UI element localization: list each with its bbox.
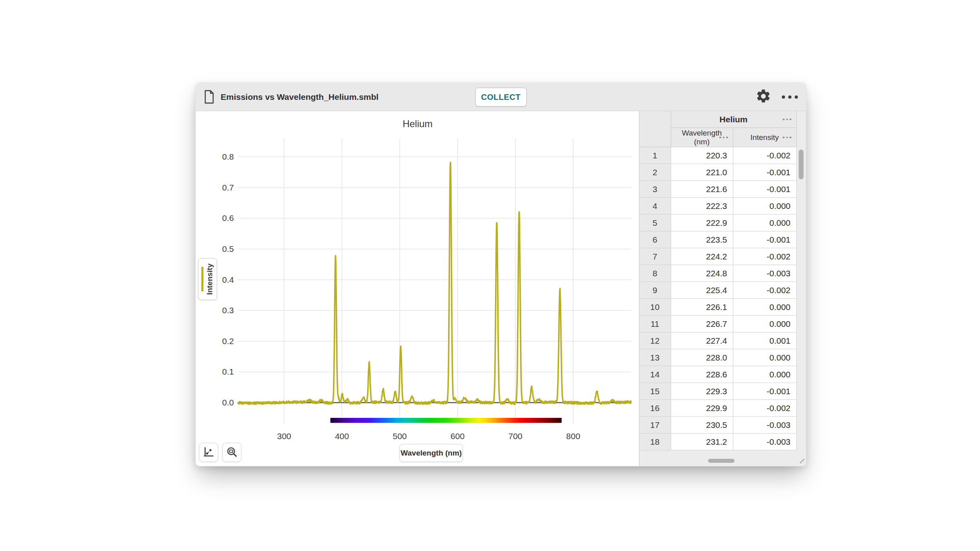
- intensity-cell[interactable]: 0.000: [733, 349, 797, 366]
- vertical-scrollbar[interactable]: [799, 150, 803, 179]
- intensity-cell[interactable]: -0.001: [733, 231, 797, 248]
- table-corner-cell: [639, 111, 671, 147]
- intensity-cell[interactable]: 0.000: [733, 299, 797, 316]
- graph-tools-button[interactable]: [199, 443, 218, 462]
- table-row: 2221.0-0.001: [639, 164, 797, 181]
- horizontal-scrollbar[interactable]: [708, 459, 734, 463]
- wavelength-cell[interactable]: 222.9: [671, 215, 733, 231]
- row-number-cell: 18: [639, 434, 671, 450]
- dataset-menu-icon[interactable]: [783, 118, 791, 120]
- row-number-cell: 5: [639, 215, 671, 231]
- gear-icon: [755, 88, 771, 105]
- screen: { "colors": { "accent_teal": "#156f78", …: [0, 0, 980, 551]
- intensity-column-menu-icon[interactable]: [783, 136, 791, 138]
- wavelength-cell[interactable]: 222.3: [671, 198, 733, 215]
- x-tick-label: 500: [393, 431, 407, 441]
- column-header-row: Wavelength (nm) Intensity: [671, 128, 797, 147]
- intensity-cell[interactable]: -0.002: [733, 400, 797, 417]
- table-body: 1220.3-0.0022221.0-0.0013221.6-0.0014222…: [639, 147, 797, 450]
- column-header-wavelength[interactable]: Wavelength (nm): [671, 128, 733, 147]
- table-row: 12227.40.001: [639, 332, 797, 349]
- table-row: 18231.2-0.003: [639, 434, 797, 450]
- wavelength-cell[interactable]: 229.3: [671, 383, 733, 400]
- wavelength-cell[interactable]: 221.6: [671, 181, 733, 198]
- intensity-cell[interactable]: -0.002: [733, 147, 797, 164]
- document-icon: [203, 89, 215, 104]
- graph-panel: 3004005006007008000.00.10.20.30.40.50.60…: [196, 111, 639, 466]
- spectrum-line: [238, 162, 631, 404]
- spectrum-chart[interactable]: 3004005006007008000.00.10.20.30.40.50.60…: [196, 111, 639, 466]
- intensity-cell[interactable]: 0.001: [733, 332, 797, 349]
- wavelength-cell[interactable]: 225.4: [671, 282, 733, 299]
- y-axis-legend[interactable]: Intensity: [198, 258, 217, 300]
- wavelength-cell[interactable]: 230.5: [671, 417, 733, 434]
- table-row: 5222.90.000: [639, 215, 797, 231]
- y-tick-label: 0.4: [222, 275, 234, 284]
- table-row: 8224.8-0.003: [639, 265, 797, 282]
- x-tick-label: 800: [566, 431, 580, 441]
- row-number-cell: 16: [639, 400, 671, 417]
- intensity-cell[interactable]: -0.003: [733, 417, 797, 434]
- collect-button[interactable]: COLLECT: [475, 87, 527, 106]
- row-number-cell: 6: [639, 231, 671, 248]
- row-number-cell: 12: [639, 332, 671, 349]
- intensity-cell[interactable]: -0.003: [733, 265, 797, 282]
- top-bar: Emissions vs Wavelength_Helium.smbl COLL…: [196, 83, 806, 111]
- wavelength-column-menu-icon[interactable]: [719, 136, 728, 138]
- intensity-cell[interactable]: -0.002: [733, 282, 797, 299]
- wavelength-cell[interactable]: 228.6: [671, 366, 733, 383]
- row-number-cell: 10: [639, 299, 671, 316]
- y-tick-label: 0.1: [222, 367, 234, 376]
- zoom-fit-button[interactable]: [222, 443, 241, 462]
- wavelength-cell[interactable]: 224.8: [671, 265, 733, 282]
- row-number-cell: 2: [639, 164, 671, 181]
- intensity-cell[interactable]: -0.003: [733, 434, 797, 450]
- table-row: 10226.10.000: [639, 299, 797, 316]
- intensity-cell[interactable]: 0.000: [733, 316, 797, 332]
- data-table-panel: Helium Wavelength (nm) Intensity 1220.3-…: [639, 111, 806, 466]
- wavelength-cell[interactable]: 228.0: [671, 349, 733, 366]
- column-header-intensity[interactable]: Intensity: [733, 128, 797, 147]
- intensity-cell[interactable]: -0.002: [733, 248, 797, 265]
- table-row: 16229.9-0.002: [639, 400, 797, 417]
- table-row: 3221.6-0.001: [639, 181, 797, 198]
- y-tick-label: 0.8: [222, 152, 234, 161]
- wavelength-cell[interactable]: 226.1: [671, 299, 733, 316]
- intensity-cell[interactable]: 0.000: [733, 215, 797, 231]
- dataset-header[interactable]: Helium: [671, 111, 797, 128]
- window-content: 3004005006007008000.00.10.20.30.40.50.60…: [196, 111, 806, 466]
- x-tick-label: 300: [277, 431, 291, 441]
- wavelength-cell[interactable]: 220.3: [671, 147, 733, 164]
- intensity-cell[interactable]: -0.001: [733, 181, 797, 198]
- wavelength-cell[interactable]: 224.2: [671, 248, 733, 265]
- intensity-cell[interactable]: -0.001: [733, 164, 797, 181]
- y-tick-label: 0.6: [222, 213, 234, 223]
- graph-tools-icon: [203, 446, 215, 459]
- wavelength-cell[interactable]: 226.7: [671, 316, 733, 332]
- settings-button[interactable]: [755, 88, 771, 105]
- wavelength-cell[interactable]: 221.0: [671, 164, 733, 181]
- app-window: Emissions vs Wavelength_Helium.smbl COLL…: [195, 83, 806, 466]
- intensity-cell[interactable]: -0.001: [733, 383, 797, 400]
- intensity-cell[interactable]: 0.000: [733, 198, 797, 215]
- table-row: 9225.4-0.002: [639, 282, 797, 299]
- wavelength-cell[interactable]: 223.5: [671, 231, 733, 248]
- row-number-cell: 17: [639, 417, 671, 434]
- row-number-cell: 9: [639, 282, 671, 299]
- zoom-fit-icon: [226, 446, 238, 459]
- table-row: 7224.2-0.002: [639, 248, 797, 265]
- y-tick-label: 0.5: [222, 244, 234, 253]
- row-number-cell: 3: [639, 181, 671, 198]
- row-number-cell: 15: [639, 383, 671, 400]
- resize-handle[interactable]: [799, 459, 804, 464]
- y-tick-label: 0.2: [222, 336, 234, 346]
- wavelength-cell[interactable]: 227.4: [671, 332, 733, 349]
- x-axis-label: Wavelength (nm): [401, 449, 462, 458]
- row-number-cell: 13: [639, 349, 671, 366]
- series-color-swatch: [201, 267, 203, 292]
- x-axis-label-button[interactable]: Wavelength (nm): [400, 444, 463, 462]
- wavelength-cell[interactable]: 229.9: [671, 400, 733, 417]
- more-options-button[interactable]: [782, 95, 798, 99]
- intensity-cell[interactable]: 0.000: [733, 366, 797, 383]
- wavelength-cell[interactable]: 231.2: [671, 434, 733, 450]
